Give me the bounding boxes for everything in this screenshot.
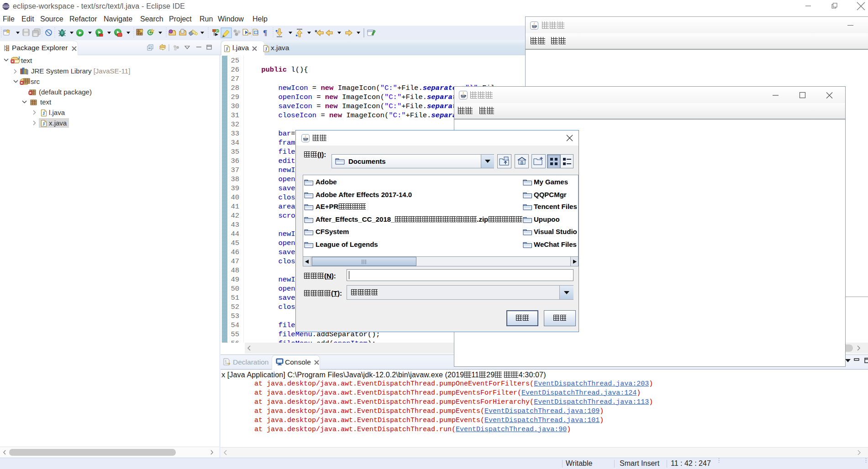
svg-text:J: J bbox=[265, 47, 267, 52]
svg-text:J: J bbox=[18, 56, 20, 60]
svg-text:JRE System Library [JavaSE-11]: JRE System Library [JavaSE-11] bbox=[31, 67, 130, 75]
svg-text:text: text bbox=[40, 98, 52, 106]
svg-text:J: J bbox=[226, 47, 228, 52]
svg-text:l.java: l.java bbox=[49, 109, 65, 116]
svg-text:text: text bbox=[21, 57, 32, 64]
svg-text:src: src bbox=[31, 78, 40, 85]
svg-text:x.java: x.java bbox=[49, 119, 67, 127]
svg-text:¶: ¶ bbox=[263, 28, 267, 37]
svg-text:C: C bbox=[216, 29, 219, 33]
svg-text:(default package): (default package) bbox=[39, 88, 92, 96]
